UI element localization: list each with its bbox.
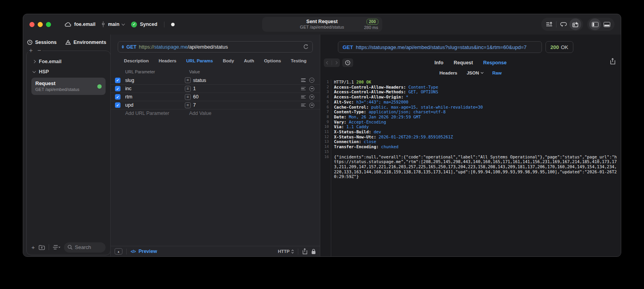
history-button[interactable] xyxy=(342,58,353,67)
param-value-input[interactable]: 7 xyxy=(193,102,301,108)
remove-row-icon[interactable] xyxy=(309,78,314,83)
sent-url: https://statuspage.me/api/embed/status?s… xyxy=(356,44,527,50)
viewer-tab-response[interactable]: Response xyxy=(483,60,507,65)
response-subtabs: HeadersJSONRaw xyxy=(320,71,621,75)
request-url-bar[interactable]: GET https://statuspage.me/api/embed/stat… xyxy=(118,41,313,53)
sort-options-button[interactable] xyxy=(53,245,60,250)
export-response-icon[interactable] xyxy=(610,58,615,65)
sync-status[interactable]: Synced xyxy=(140,22,157,27)
response-line: 1HTTP/1.1 200 OK xyxy=(320,80,621,85)
method-selector[interactable]: GET xyxy=(126,44,137,50)
viewer-tab-info[interactable]: Info xyxy=(434,60,443,65)
line-content: Transfer-Encoding: chunked xyxy=(329,144,621,149)
titlebar-divider xyxy=(164,22,164,27)
close-window-button[interactable] xyxy=(29,22,35,27)
zoom-window-button[interactable] xyxy=(46,22,51,27)
status-badge: 200 xyxy=(367,19,378,25)
search-icon xyxy=(68,245,73,250)
line-content xyxy=(329,149,621,154)
sidebar-tab-environments[interactable]: Environments xyxy=(65,40,106,45)
param-checkbox[interactable]: ✓ xyxy=(115,94,120,100)
add-session-button[interactable]: + xyxy=(29,47,33,54)
project-name[interactable]: foe.email xyxy=(74,22,95,27)
url-input[interactable]: https://statuspage.me/api/embed/status xyxy=(139,44,301,50)
param-name-input[interactable]: inc xyxy=(125,86,185,91)
sidebar-group-foe-email[interactable]: Foe.email xyxy=(31,56,106,67)
raw-response-view[interactable]: 1HTTP/1.1 200 OK2Access-Control-Allow-He… xyxy=(320,80,621,256)
response-status-box: 200 OK xyxy=(545,41,574,53)
param-checkbox[interactable]: ✓ xyxy=(115,78,120,83)
branch-name[interactable]: main xyxy=(108,22,119,27)
add-param-value[interactable]: Add Value xyxy=(189,111,212,116)
param-name-input[interactable]: slug xyxy=(125,78,185,83)
sidebar-group-hsp[interactable]: HSP xyxy=(31,67,106,77)
editor-tab-options[interactable]: Options xyxy=(264,58,281,63)
param-name-input[interactable]: rtm xyxy=(125,94,185,100)
add-param-row[interactable]: Add URL Parameter Add Value xyxy=(111,109,320,117)
protocol-selector[interactable]: HTTP xyxy=(278,249,294,254)
minimize-window-button[interactable] xyxy=(38,22,43,27)
line-content: Content-Type: application/json; charset=… xyxy=(329,109,621,115)
remove-session-button[interactable]: − xyxy=(37,47,41,54)
new-folder-button[interactable] xyxy=(38,245,45,250)
back-icon[interactable] xyxy=(326,61,329,64)
session-loop-button[interactable] xyxy=(558,18,569,30)
share-icon[interactable] xyxy=(302,248,307,254)
response-line: 4Access-Control-Allow-Origin: * xyxy=(320,95,621,100)
column-header-value: Value xyxy=(189,69,200,74)
sent-request-url-box[interactable]: GET https://statuspage.me/api/embed/stat… xyxy=(338,41,542,53)
remove-row-icon[interactable] xyxy=(309,86,314,91)
toggle-sidebar-button[interactable] xyxy=(589,18,601,30)
param-name-input[interactable]: upd xyxy=(125,102,185,108)
param-checkbox[interactable]: ✓ xyxy=(115,86,120,91)
export-requests-button[interactable] xyxy=(543,18,555,30)
response-line: 8Date: Mon, 26 Jan 2026 20:29:59 GMT xyxy=(320,115,621,120)
row-menu-icon[interactable] xyxy=(301,87,306,91)
editor-tab-testing[interactable]: Testing xyxy=(291,58,306,63)
sidebar-tab-sessions[interactable]: Sessions xyxy=(27,40,57,45)
row-menu-icon[interactable] xyxy=(301,104,306,107)
row-menu-icon[interactable] xyxy=(301,78,306,82)
toggle-bottom-panel-button[interactable] xyxy=(601,18,613,30)
send-to-session-button[interactable] xyxy=(569,18,581,30)
add-request-button[interactable]: + xyxy=(31,245,35,250)
request-list-item[interactable]: Request GET /api/embed/status xyxy=(31,78,106,95)
summary-title: Sent Request xyxy=(288,19,356,25)
remove-row-icon[interactable] xyxy=(309,103,314,108)
footer-divider xyxy=(126,249,127,254)
collapse-panel-button[interactable]: ▲ xyxy=(115,248,122,254)
subtab-label: Headers xyxy=(440,71,457,75)
viewer-tab-request[interactable]: Request xyxy=(454,60,473,65)
row-menu-icon[interactable] xyxy=(301,95,306,99)
sidebar-search[interactable] xyxy=(64,242,106,253)
line-number: 1 xyxy=(320,80,329,85)
editor-tab-auth[interactable]: Auth xyxy=(244,58,254,63)
param-checkbox[interactable]: ✓ xyxy=(115,102,120,108)
search-input[interactable] xyxy=(75,244,102,250)
add-param-name[interactable]: Add URL Parameter xyxy=(111,111,189,116)
remove-row-icon[interactable] xyxy=(309,95,314,100)
group-label: HSP xyxy=(39,69,49,75)
url-params-table: URL Parameter Value ✓slug=status✓inc=1✓r… xyxy=(111,69,320,117)
unsaved-indicator-dot xyxy=(171,23,175,26)
viewer-toolbar: InfoRequestResponse xyxy=(320,58,621,67)
request-summary-pill[interactable]: Sent Request GET /api/embed/status 200 2… xyxy=(262,17,382,32)
param-value-input[interactable]: 1 xyxy=(193,86,301,91)
editor-tab-url-params[interactable]: URL Params xyxy=(186,58,213,63)
forward-icon[interactable] xyxy=(334,61,338,64)
viewer-subtab-raw[interactable]: Raw xyxy=(493,71,502,75)
param-row: ✓upd=7 xyxy=(111,101,320,109)
preview-button[interactable]: </> Preview xyxy=(131,249,157,254)
refresh-icon[interactable] xyxy=(303,44,309,50)
editor-tab-description[interactable]: Description xyxy=(124,58,149,63)
param-value-input[interactable]: status xyxy=(193,78,301,83)
response-line: 7Content-Type: application/json; charset… xyxy=(320,109,621,115)
viewer-subtab-json[interactable]: JSON xyxy=(467,71,483,75)
cloud-icon xyxy=(64,22,71,27)
editor-tab-headers[interactable]: Headers xyxy=(159,58,176,63)
branch-chevron-icon[interactable] xyxy=(122,22,125,25)
param-value-input[interactable]: 60 xyxy=(193,94,301,100)
response-status-code: 200 xyxy=(551,44,559,50)
viewer-subtab-headers[interactable]: Headers xyxy=(440,71,457,75)
editor-tab-body[interactable]: Body xyxy=(223,58,234,63)
